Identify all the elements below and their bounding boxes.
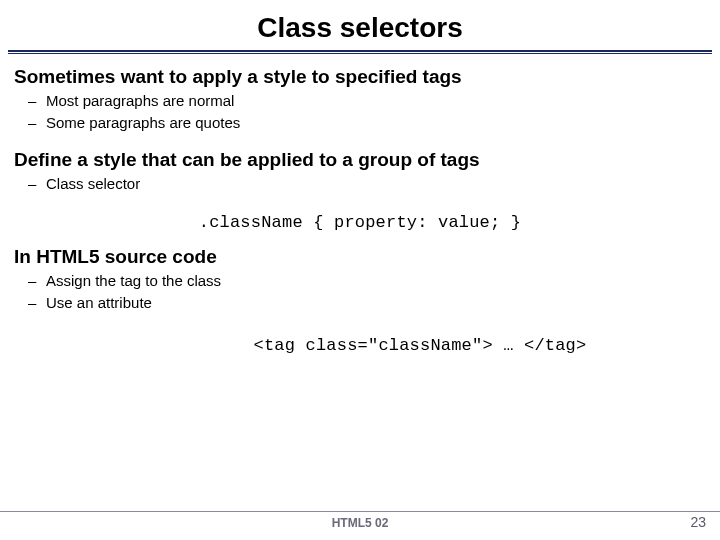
code-example-1: .className { property: value; }	[14, 213, 706, 232]
section1-bullets: Most paragraphs are normal Some paragrap…	[14, 90, 706, 135]
section3-bullets: Assign the tag to the class Use an attri…	[14, 270, 706, 315]
section3-heading: In HTML5 source code	[14, 246, 706, 268]
list-item: Use an attribute	[46, 292, 706, 314]
slide-footer: HTML5 02 23	[0, 511, 720, 530]
title-rule	[8, 50, 712, 54]
section1-heading: Sometimes want to apply a style to speci…	[14, 66, 706, 88]
slide-title: Class selectors	[0, 0, 720, 50]
section2-heading: Define a style that can be applied to a …	[14, 149, 706, 171]
page-number: 23	[690, 514, 706, 530]
code-example-2: <tag class="className"> … </tag>	[14, 336, 706, 355]
footer-label: HTML5 02	[0, 516, 720, 530]
section2-bullets: Class selector	[14, 173, 706, 195]
slide-body: Sometimes want to apply a style to speci…	[0, 58, 720, 355]
list-item: Assign the tag to the class	[46, 270, 706, 292]
list-item: Class selector	[46, 173, 706, 195]
list-item: Some paragraphs are quotes	[46, 112, 706, 134]
list-item: Most paragraphs are normal	[46, 90, 706, 112]
